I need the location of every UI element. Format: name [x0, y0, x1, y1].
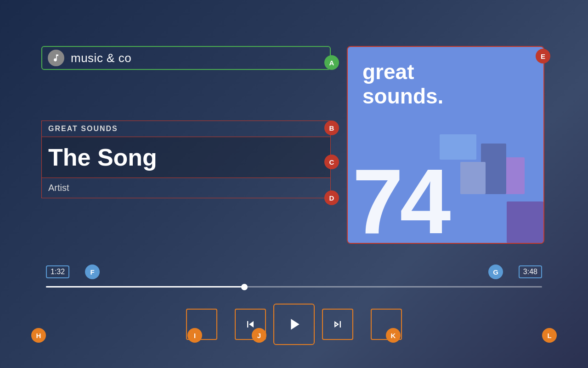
album-art-number: 74: [352, 155, 447, 244]
badge-b: B: [324, 121, 339, 135]
badge-e: E: [536, 49, 550, 63]
app-title: music & co: [71, 51, 131, 65]
badge-j: J: [252, 328, 266, 343]
badge-h: H: [31, 328, 46, 343]
album-art-title: great sounds.: [362, 60, 443, 109]
time-total: 3:48: [519, 265, 542, 278]
badge-f: F: [85, 264, 100, 279]
progress-thumb[interactable]: [241, 284, 248, 290]
progress-fill: [46, 286, 244, 288]
music-icon: [48, 50, 64, 66]
track-title: The Song: [48, 144, 157, 171]
info-section: GREAT SOUNDS The Song Artist: [41, 121, 331, 198]
deco-5: [507, 201, 543, 243]
album-row: GREAT SOUNDS: [41, 121, 331, 137]
artist-label: Artist: [48, 183, 69, 193]
next-button[interactable]: [322, 309, 353, 340]
badge-i: I: [187, 328, 202, 343]
transport-bar: [0, 304, 588, 345]
badge-k: K: [386, 328, 401, 343]
artist-row: Artist: [41, 178, 331, 198]
badge-d: D: [324, 190, 339, 205]
badge-g: G: [488, 264, 503, 279]
progress-track[interactable]: [46, 286, 542, 288]
badge-c: C: [324, 155, 339, 169]
deco-4: [460, 162, 486, 194]
left-panel: music & co GREAT SOUNDS The Song Artist: [41, 46, 331, 198]
album-label: GREAT SOUNDS: [48, 125, 118, 132]
badge-a: A: [324, 55, 339, 70]
play-button[interactable]: [273, 304, 315, 345]
album-art: great sounds. 74: [347, 46, 544, 244]
time-current: 1:32: [46, 265, 69, 278]
album-inner: great sounds. 74: [348, 47, 543, 243]
badge-l: L: [542, 328, 557, 343]
progress-area[interactable]: [46, 286, 542, 288]
search-bar[interactable]: music & co: [41, 46, 331, 70]
title-row: The Song: [41, 137, 331, 178]
